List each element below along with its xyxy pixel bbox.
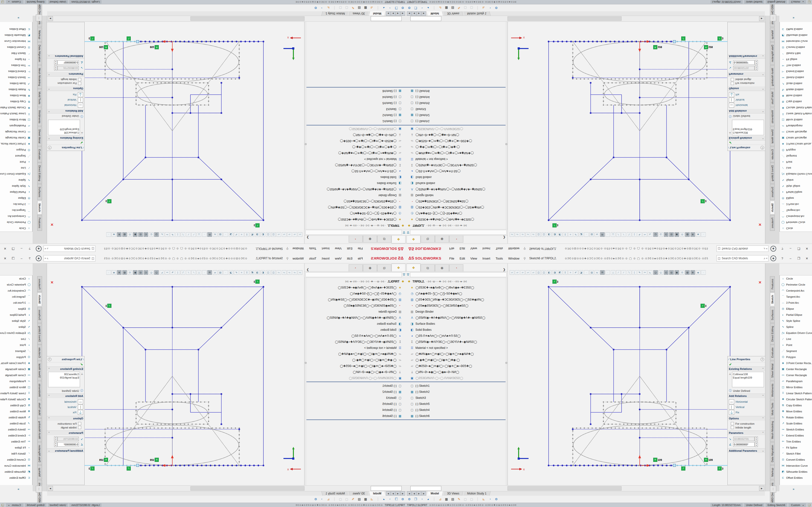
commandmanager-tab[interactable]: Sketch xyxy=(37,201,42,215)
relation-button[interactable]: ⚓ Fix xyxy=(729,410,764,415)
display-toolbar-icon[interactable]: ◔ xyxy=(419,5,424,11)
tree-row-sketch[interactable]: ▢ (-) Sketch1 xyxy=(406,118,507,124)
tree-row[interactable]: ▣ ◯Ƨ5ЗЄИΝΛՈ∙◯∘◯∙ՈΛΝИЗЄ5Ƨ◯ xyxy=(305,126,406,132)
flyout-menu-item[interactable]: ✄ Trim Entities xyxy=(780,439,812,445)
tree-row[interactable]: Σ ◯Ƨ5ИΝ◉∘✚ΛՈ³ЗЄ◯∘◯ЗЄ³ՈΛ✚∘◉ΝИ5Ƨ◯ xyxy=(305,162,406,168)
flyout-more-commands[interactable]: ⋮ xyxy=(770,486,776,493)
commandmanager-tab[interactable]: Evaluate xyxy=(37,345,42,360)
flyout-menu-item[interactable]: ∕ Line xyxy=(0,165,32,171)
spinner[interactable]: ▲▼ xyxy=(755,66,758,70)
tab-propertymanager[interactable]: ⧉ xyxy=(421,236,435,243)
flyout-menu-item[interactable]: ⧉ Copy Entities xyxy=(0,99,32,105)
chevron-double-icon[interactable]: » xyxy=(793,16,794,20)
flyout-menu-item[interactable]: ⠿ Linear Sketch Pattern xyxy=(0,111,32,117)
tree-row[interactable]: ▣ ◯Ƨ5ЗЄИΝΛՈ∙◯∘◯∙ՈΛΝИЗЄ5Ƨ◯ xyxy=(305,375,406,381)
menu-item[interactable]: View xyxy=(468,256,480,261)
scrollbar-thumb[interactable] xyxy=(191,16,305,21)
tree-row-sketch[interactable]: ▢ (-) Sketch1 xyxy=(305,383,406,389)
commandmanager-tab[interactable]: Surfaces xyxy=(37,184,42,200)
tag-icon[interactable]: ❏ xyxy=(1,0,4,4)
menu-item[interactable]: View xyxy=(332,246,344,251)
commandmanager-tab[interactable]: Data Migration xyxy=(37,442,42,465)
flyout-menu-item[interactable]: ⋈ Intersection Curve xyxy=(0,38,32,44)
commandmanager-tab[interactable]: Features xyxy=(37,215,42,231)
graphics-area[interactable]: ▱▱▱▱▱◫◫◧◨◩↧⌗✐◪∙▤⧅⟳∙⊥∕∕∖∣✎✑⊾◶◵◴◎◉⊙◍≣◈∙ xyxy=(47,22,304,243)
display-toolbar-icon[interactable]: ⊾ xyxy=(481,496,487,502)
flyout-menu-item[interactable]: ◠ Centerpoint Arc xyxy=(780,213,812,219)
section-existing-relations[interactable]: Existing Relations⌃ xyxy=(728,367,765,371)
help-icon[interactable]: ? xyxy=(761,357,764,361)
flyout-menu-item[interactable]: ▱ Parallelogram xyxy=(780,378,812,384)
tree-row-sketch[interactable]: ▢ Sketch3 xyxy=(305,395,406,401)
display-toolbar-icon[interactable]: ✎ xyxy=(350,5,356,11)
user-account-icon[interactable]: ☻ xyxy=(36,256,42,261)
tree-row[interactable]: ⟘ ◯ИΝ∘Ə∘♣◉◯∘◯◉♣∘Ə∘ΝИ◯ xyxy=(305,132,406,138)
section-options[interactable]: Options⌃ xyxy=(47,87,84,91)
menu-item[interactable]: Insert xyxy=(480,246,493,251)
help-button[interactable]: ? xyxy=(778,246,786,251)
filter-icon[interactable]: ∇ xyxy=(403,273,405,276)
flyout-menu-item[interactable]: ◜ Sketch Fillet xyxy=(0,451,32,457)
tree-row[interactable]: ◕ ◯Ƨ5∙Ո✳♣Λm◯∘◯mΛ♣✳Ո∙5Ƨ◯ xyxy=(305,168,406,174)
display-toolbar-icon[interactable]: ⊾ xyxy=(325,5,331,11)
tree-root[interactable]: ❖ TЯPDL2. ◦ЗЄ◦Ш◦◦◦✚◦ƆС◦ЗЄ◦∙◦Ƨ5◦♣◦ЗЄ xyxy=(305,278,406,284)
flyout-menu-item[interactable]: ↗ Scale Entities xyxy=(780,80,812,87)
relation-button[interactable]: │ Vertical xyxy=(729,98,764,102)
flyout-menu-item[interactable]: ∿ Spline xyxy=(780,324,812,330)
relation-button[interactable]: │ Vertical xyxy=(729,405,764,409)
display-toolbar-icon[interactable]: ◕ xyxy=(425,496,431,502)
flyout-menu-item[interactable]: ◐ Partial Ellipse xyxy=(0,312,32,318)
flyout-menu-item[interactable]: ✥ Move Entities xyxy=(0,408,32,414)
tab-featuremanager-tree[interactable]: ❖ xyxy=(392,236,406,243)
tab-nav-arrow[interactable]: ◀ xyxy=(412,491,416,496)
document-tab[interactable]: Motion Study 1 xyxy=(321,491,349,496)
help-button[interactable]: ? xyxy=(26,246,34,251)
tree-row-sketch[interactable]: ▢ (-) Sketch5 xyxy=(305,100,406,106)
display-toolbar-icon[interactable]: ┊ xyxy=(432,6,437,11)
menu-item[interactable]: Edit xyxy=(457,256,468,261)
flyout-menu-item[interactable]: ○ Circle xyxy=(0,225,32,231)
ok-checkmark-button[interactable]: ✔ xyxy=(728,140,765,145)
user-account-icon[interactable]: ☻ xyxy=(770,256,776,261)
flyout-menu-item[interactable]: ∿ Spline xyxy=(0,177,32,183)
commandmanager-tab[interactable]: Direct Editing xyxy=(770,163,775,184)
tag-icon[interactable]: ❏ xyxy=(808,0,811,4)
tree-row-sketch[interactable]: ▦ (-) Sketch2 xyxy=(406,389,507,395)
flyout-menu-item[interactable]: ◩ Silhouette Entities xyxy=(780,32,812,38)
flyout-menu-item[interactable]: ∕ Line xyxy=(780,336,812,342)
display-toolbar-icon[interactable]: ▤ xyxy=(356,5,362,11)
tab-configurationmanager[interactable]: ⊕ xyxy=(363,236,377,243)
tab-configurationmanager[interactable]: ⊕ xyxy=(363,264,377,271)
tree-row-sketch[interactable]: ▢ (-) Sketch4 xyxy=(406,407,507,413)
search-dropdown-icon[interactable]: ▾ xyxy=(766,257,767,260)
tree-row[interactable]: ◔ ◯Ƨ5♣◉Ƨ5ИЗЄ5◯∘◯5ЄЗИ5Ƨ◉♣5Ƨ◯ xyxy=(305,302,406,308)
display-toolbar-icon[interactable]: ▤ xyxy=(450,5,456,11)
relation-button[interactable]: │ Vertical xyxy=(48,405,83,409)
tree-row[interactable]: ☰ Material < not specified > xyxy=(406,345,507,351)
flyout-menu-item[interactable]: ↦ Stretch Entities xyxy=(780,427,812,433)
tab-propertymanager[interactable]: ⧉ xyxy=(377,236,391,243)
tabstrip-overflow-icon[interactable]: ⋯ xyxy=(40,483,42,486)
flyout-menu-item[interactable]: ⊡ Convert Entities xyxy=(0,44,32,50)
search-icon[interactable]: ⌕ xyxy=(764,247,765,250)
display-toolbar-icon[interactable]: ⊿ xyxy=(369,5,374,11)
rollback-bar[interactable] xyxy=(305,419,406,420)
tree-row[interactable]: ▱ ◯✚ИΝ◉♣+◯✳◉I◯∘◯I◉✳◯+♣◉ΝИ✚◯ xyxy=(305,150,406,156)
checkbox[interactable] xyxy=(78,426,81,429)
commandmanager-tab[interactable]: Features xyxy=(770,215,775,231)
commandmanager-tab[interactable]: Evaluate xyxy=(770,345,775,360)
display-toolbar-icon[interactable]: ▢ xyxy=(463,5,468,11)
rollback-bar[interactable] xyxy=(305,87,406,88)
tree-row-sketch[interactable]: ▢ Sketch3 xyxy=(406,106,507,112)
tab-nav-arrow[interactable]: ◀ xyxy=(400,11,405,16)
commandmanager-tab[interactable]: Mesh Modeling xyxy=(37,65,42,89)
flyout-menu-item[interactable]: ◫ Mirror Entities xyxy=(0,117,32,123)
restore-button[interactable]: ❐ xyxy=(9,246,17,251)
menu-item[interactable]: Tools xyxy=(306,246,319,251)
menu-item[interactable]: Window xyxy=(506,256,522,261)
display-toolbar-icon[interactable]: ❐ xyxy=(413,5,418,11)
confirmation-corner-cancel-icon[interactable]: ✕ xyxy=(51,280,54,285)
flyout-more-commands[interactable]: ⋮ xyxy=(36,14,42,21)
section-existing-relations[interactable]: Existing Relations⌃ xyxy=(47,136,84,140)
tree-row[interactable]: ▤ Design Binder xyxy=(305,192,406,199)
